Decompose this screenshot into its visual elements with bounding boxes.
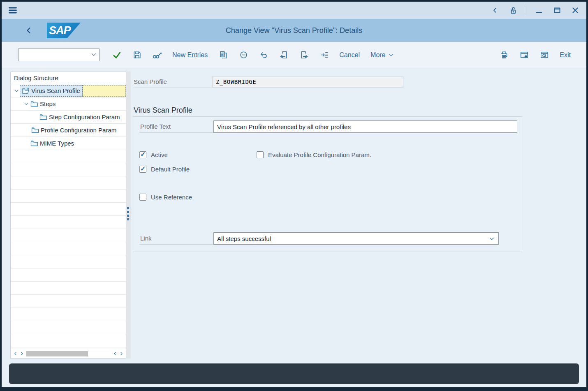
- close-icon[interactable]: [570, 5, 581, 16]
- navigate-back-icon[interactable]: [23, 25, 35, 36]
- tree-item-label: Step Configuration Param: [49, 113, 120, 120]
- tree-item-label: MIME Types: [40, 140, 74, 147]
- scroll-right-icon[interactable]: [19, 350, 25, 357]
- dialog-structure-panel: Dialog Structure Virus Scan Profile Step…: [10, 72, 126, 359]
- dialog-structure-header: Dialog Structure: [11, 72, 126, 84]
- titlebar-divider: [526, 6, 526, 15]
- select-position-icon[interactable]: [319, 50, 329, 60]
- app-header: SAP Change View "Virus Scan Profile": De…: [2, 19, 586, 42]
- tree-item-mime-types[interactable]: MIME Types: [11, 137, 126, 150]
- scroll-left-icon[interactable]: [112, 350, 118, 357]
- tree-empty-row: [11, 308, 126, 321]
- tree-item-label: Virus Scan Profile: [31, 87, 80, 94]
- tree-empty-row: [11, 334, 126, 347]
- tree-empty-row: [11, 295, 126, 308]
- folder-icon: [30, 101, 38, 107]
- page-title: Change View "Virus Scan Profile": Detail…: [2, 26, 586, 35]
- link-dropdown[interactable]: All steps successful: [213, 232, 499, 245]
- splitter-handle[interactable]: [127, 207, 129, 220]
- virus-scan-profile-groupbox: Profile Text Active Default Profile: [133, 116, 522, 252]
- scroll-right-icon[interactable]: [118, 350, 124, 357]
- profile-text-input[interactable]: [213, 120, 517, 133]
- undo-icon[interactable]: [259, 50, 269, 60]
- sap-logo-text: SAP: [49, 24, 71, 37]
- tree-empty-row: [11, 163, 126, 176]
- tree-empty-row: [11, 229, 126, 242]
- menu-icon[interactable]: [7, 5, 18, 16]
- tree-empty-rows: [11, 150, 126, 349]
- exit-button[interactable]: Exit: [560, 51, 571, 59]
- checkbox-label: Evaluate Profile Configuration Param.: [268, 151, 371, 158]
- status-bar: [9, 363, 579, 384]
- gui-actions-icon[interactable]: [539, 50, 549, 60]
- profile-text-row: Profile Text: [139, 120, 522, 133]
- new-entries-button[interactable]: New Entries: [172, 51, 208, 59]
- command-field[interactable]: [18, 49, 100, 61]
- titlebar: [2, 2, 586, 19]
- chevron-down-icon[interactable]: [23, 101, 30, 107]
- tree-item-steps[interactable]: Steps: [11, 97, 126, 111]
- delete-icon[interactable]: [238, 50, 248, 60]
- content-area: Dialog Structure Virus Scan Profile Step…: [2, 68, 586, 363]
- scan-profile-field: Z_BOWBRIDGE: [212, 76, 403, 88]
- tree-empty-row: [11, 216, 126, 229]
- checkbox-default-profile[interactable]: Default Profile: [139, 164, 190, 174]
- save-icon[interactable]: [132, 50, 142, 60]
- validate-check-icon[interactable]: [112, 50, 122, 60]
- folder-icon: [30, 140, 38, 147]
- tree-empty-row: [11, 203, 126, 216]
- tree-item-virus-scan-profile[interactable]: Virus Scan Profile: [11, 84, 126, 97]
- print-icon[interactable]: [499, 50, 509, 60]
- more-button[interactable]: More: [370, 51, 394, 59]
- tree-empty-row: [11, 150, 126, 163]
- display-change-icon[interactable]: [152, 50, 162, 60]
- structure-folder-icon: [22, 88, 30, 94]
- minimize-icon[interactable]: [534, 5, 544, 16]
- link-row: Link All steps successful: [139, 232, 499, 245]
- tree-empty-row: [11, 282, 126, 295]
- chevron-down-icon: [488, 236, 495, 243]
- previous-entry-icon[interactable]: [279, 50, 289, 60]
- cancel-button[interactable]: Cancel: [339, 51, 360, 59]
- selection-highlight: [83, 85, 126, 97]
- tree-item-label: Steps: [40, 100, 56, 107]
- scan-profile-row: Scan Profile Z_BOWBRIDGE: [133, 76, 586, 88]
- evaluate-profile-configuration-param-checkbox[interactable]: [257, 151, 264, 158]
- command-input[interactable]: [18, 49, 100, 61]
- chevron-down-icon[interactable]: [13, 88, 20, 94]
- chevron-down-icon[interactable]: [90, 51, 97, 60]
- more-label: More: [370, 51, 385, 59]
- scroll-left-icon[interactable]: [12, 350, 19, 357]
- back-icon[interactable]: [490, 5, 500, 16]
- tree-empty-row: [11, 242, 126, 255]
- chevron-down-icon: [388, 52, 394, 58]
- folder-icon: [39, 114, 47, 120]
- scan-profile-label: Scan Profile: [133, 76, 212, 88]
- use-reference-checkbox[interactable]: [139, 194, 146, 201]
- tree-item-profile-configuration-param[interactable]: Profile Configuration Param: [11, 124, 126, 137]
- checkbox-evaluate-profile-configuration-param[interactable]: Evaluate Profile Configuration Param.: [257, 150, 371, 159]
- tree-empty-row: [11, 268, 126, 282]
- next-entry-icon[interactable]: [299, 50, 309, 60]
- new-session-icon[interactable]: [519, 50, 529, 60]
- link-dropdown-value: All steps successful: [217, 235, 271, 242]
- tree-horizontal-scrollbar[interactable]: [11, 349, 126, 358]
- lock-open-icon[interactable]: [508, 5, 519, 16]
- sap-gui-window: SAP Change View "Virus Scan Profile": De…: [0, 0, 588, 391]
- tree-rows: Virus Scan Profile Steps Step Configurat…: [11, 84, 126, 349]
- checkbox-use-reference[interactable]: Use Reference: [139, 192, 192, 201]
- tree-item-step-configuration-param[interactable]: Step Configuration Param: [11, 111, 126, 124]
- link-label: Link: [139, 232, 213, 245]
- toolbar: New Entries Cancel More Exit: [2, 42, 586, 68]
- checkbox-active[interactable]: Active: [139, 150, 190, 159]
- default-profile-checkbox[interactable]: [139, 166, 146, 173]
- detail-form: Scan Profile Z_BOWBRIDGE Virus Scan Prof…: [131, 72, 586, 363]
- tree-empty-row: [11, 176, 126, 190]
- tree-item-label: Profile Configuration Param: [41, 127, 116, 134]
- maximize-icon[interactable]: [552, 5, 563, 16]
- scrollbar-thumb[interactable]: [26, 351, 88, 356]
- tree-empty-row: [11, 255, 126, 268]
- active-checkbox[interactable]: [139, 151, 146, 158]
- checkbox-label: Use Reference: [151, 194, 192, 201]
- copy-as-icon[interactable]: [218, 50, 228, 60]
